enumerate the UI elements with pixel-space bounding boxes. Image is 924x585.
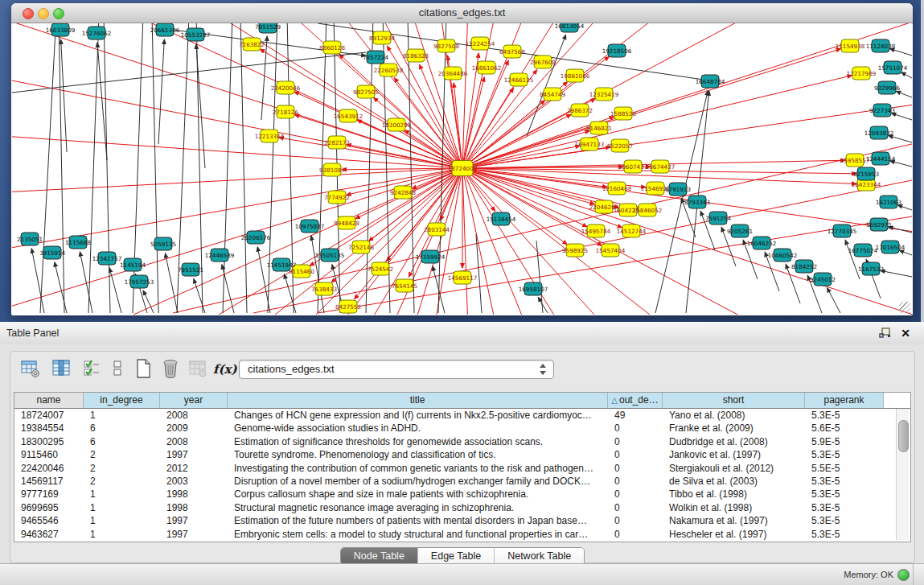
column-header-name[interactable]: name — [14, 393, 84, 408]
table-cell[interactable]: 0 — [608, 422, 663, 435]
graph-node[interactable]: 8912934 — [369, 31, 395, 44]
table-cell[interactable]: 9699695 — [14, 501, 84, 514]
graph-edge[interactable] — [88, 23, 99, 313]
table-cell[interactable]: 6 — [84, 435, 160, 448]
graph-node[interactable]: 16648784 — [696, 75, 725, 88]
graph-node[interactable]: 7857224 — [363, 51, 388, 64]
table-row[interactable]: 1456911722003Disruption of a novel membe… — [14, 475, 910, 488]
graph-edge[interactable] — [462, 168, 484, 315]
graph-node[interactable]: 2718126 — [273, 105, 298, 118]
graph-node[interactable]: 12093832 — [864, 126, 894, 139]
graph-node[interactable]: 1621063 — [876, 196, 901, 208]
table-cell[interactable]: 5.3E-5 — [805, 475, 884, 488]
table-cell[interactable]: 0 — [608, 501, 663, 514]
graph-node[interactable]: 9329966 — [874, 81, 900, 94]
graph-node[interactable]: 7163822 — [239, 38, 265, 51]
table-cell[interactable]: 0 — [608, 475, 663, 488]
graph-node[interactable]: 9827508 — [433, 39, 459, 52]
table-cell[interactable]: 0 — [608, 448, 663, 461]
graph-node[interactable]: 1167533 — [858, 262, 884, 275]
graph-node[interactable]: 19861066 — [561, 69, 590, 82]
graph-edge[interactable] — [55, 262, 67, 313]
table-cell[interactable]: 19384554 — [14, 422, 84, 435]
graph-edge[interactable] — [527, 35, 566, 136]
rows-icon[interactable] — [107, 358, 129, 381]
table-cell[interactable]: Hescheler et al. (1997) — [663, 528, 805, 541]
graph-edge[interactable] — [889, 227, 912, 233]
table-row[interactable]: 946362711997Embryonic stem cells: a mode… — [14, 528, 910, 541]
table-row[interactable]: 977716911998Corpus callosum shape and si… — [14, 488, 910, 501]
graph-edge[interactable] — [40, 23, 56, 313]
column-header-pagerank[interactable]: pagerank — [805, 393, 884, 408]
graph-edge[interactable] — [891, 113, 912, 120]
tab-network-table[interactable]: Network Table — [495, 548, 584, 565]
table-cell[interactable]: Investigating the contribution of common… — [228, 462, 608, 475]
close-panel-icon[interactable]: ✕ — [900, 327, 911, 340]
graph-node[interactable]: 9827505 — [353, 85, 379, 98]
graph-node[interactable]: 2135051 — [17, 233, 43, 245]
graph-node[interactable]: 9242848 — [390, 186, 416, 199]
table-cell[interactable]: 14569117 — [14, 475, 84, 488]
graph-edge[interactable] — [318, 216, 912, 313]
graph-node[interactable]: 15751074 — [878, 61, 908, 74]
graph-node[interactable]: 17957253 — [125, 275, 154, 288]
table-cell[interactable]: 5.5E-5 — [805, 462, 884, 475]
network-window[interactable]: citations_edges.txt 18724007222605389827… — [11, 3, 913, 315]
graph-edge[interactable] — [104, 23, 110, 313]
graph-node[interactable]: 15457404 — [596, 244, 626, 257]
graph-node[interactable]: 12444154 — [866, 152, 896, 165]
graph-edge[interactable] — [12, 52, 366, 93]
table-cell[interactable]: 2012 — [160, 462, 228, 475]
graph-edge[interactable] — [899, 250, 912, 255]
table-cell[interactable]: 9463627 — [14, 528, 84, 541]
graph-edge[interactable] — [387, 46, 462, 168]
graph-node[interactable]: 9598925 — [562, 244, 588, 257]
graph-edge[interactable] — [76, 23, 462, 168]
memory-ok-indicator[interactable] — [897, 569, 910, 581]
graph-node[interactable]: 15276062 — [82, 27, 112, 39]
column-header-in_degree[interactable]: in_degree — [84, 393, 160, 408]
graph-edge[interactable] — [827, 288, 840, 313]
graph-node[interactable]: 7654145 — [392, 279, 417, 292]
graph-node[interactable]: 9245012 — [810, 273, 836, 286]
table-row[interactable]: 1938455462009Genome-wide association stu… — [14, 422, 910, 435]
new-document-icon[interactable] — [133, 358, 155, 381]
graph-node[interactable]: 9146821 — [586, 122, 612, 134]
graph-node[interactable]: 8860128 — [319, 41, 345, 54]
table-cell[interactable]: 5.3E-5 — [805, 409, 884, 422]
graph-node[interactable]: 8522057 — [607, 139, 633, 152]
graph-canvas[interactable]: 1872400722260538982750516543912228217793… — [12, 23, 912, 315]
table-cell[interactable]: 1998 — [160, 488, 228, 501]
graph-node[interactable]: 9205261 — [727, 225, 753, 237]
table-cell[interactable]: 49 — [608, 409, 663, 422]
table-cell[interactable]: Stergiakouli et al. (2012) — [663, 462, 805, 475]
graph-edge[interactable] — [881, 270, 912, 277]
table-cell[interactable]: Franke et al. (2009) — [663, 422, 805, 435]
table-cell[interactable]: Embryonic stem cells: a model to study s… — [228, 528, 608, 541]
graph-node[interactable]: 1588520 — [610, 107, 636, 120]
table-cell[interactable]: 5.9E-5 — [805, 435, 884, 448]
graph-edge[interactable] — [12, 168, 462, 277]
table-cell[interactable]: de Silva et al. (2003) — [663, 475, 805, 488]
table-cell[interactable]: Estimation of significance thresholds fo… — [228, 435, 608, 448]
graph-node[interactable]: 6791913 — [665, 183, 691, 196]
graph-node[interactable]: 8186328 — [403, 49, 429, 62]
table-cell[interactable]: 9465546 — [14, 514, 84, 527]
tab-edge-table[interactable]: Edge Table — [418, 548, 495, 565]
graph-node[interactable]: 16775024 — [848, 244, 878, 257]
graph-node[interactable]: 1115688 — [65, 236, 91, 249]
table-row[interactable]: 946554611997Estimation of the future num… — [14, 514, 910, 527]
table-cell[interactable]: Genome-wide association studies in ADHD. — [228, 422, 608, 435]
table-cell[interactable]: 5.3E-5 — [805, 488, 884, 501]
graph-node[interactable]: 12217989 — [847, 67, 877, 80]
table-cell[interactable]: 1 — [84, 528, 160, 541]
graph-edge[interactable] — [165, 253, 178, 313]
graph-edge[interactable] — [294, 92, 462, 168]
table-row[interactable]: 1830029562008Estimation of significance … — [14, 435, 910, 448]
graph-node[interactable]: 16958107 — [519, 282, 548, 295]
graph-node[interactable]: 5692971 — [866, 218, 892, 231]
graph-node[interactable]: 15224254 — [466, 37, 495, 50]
graph-node[interactable]: 12466125 — [504, 73, 534, 86]
graph-node[interactable]: 2282177 — [324, 136, 350, 149]
table-cell[interactable]: 5.3E-5 — [805, 501, 884, 514]
